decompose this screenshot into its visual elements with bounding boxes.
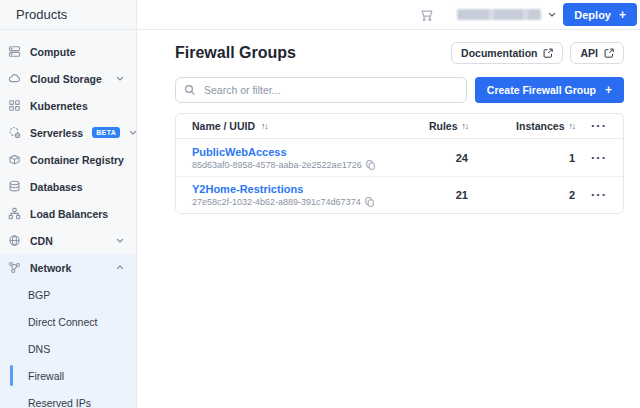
compute-icon (8, 45, 21, 58)
api-button[interactable]: API (570, 42, 624, 64)
sidebar-subitem-bgp[interactable]: BGP (0, 281, 136, 308)
sidebar-item-databases[interactable]: Databases (0, 173, 136, 200)
network-section: Network BGP Direct Connect DNS Firewall … (0, 254, 136, 408)
cloud-storage-icon (8, 72, 21, 85)
network-icon (8, 261, 21, 274)
create-firewall-group-label: Create Firewall Group (487, 84, 596, 96)
account-menu[interactable] (457, 9, 556, 20)
copy-icon[interactable] (365, 197, 374, 207)
container-registry-icon (8, 153, 21, 166)
api-button-label: API (580, 47, 598, 59)
external-link-icon (543, 48, 553, 58)
plus-icon: + (605, 84, 612, 96)
sidebar-item-cdn[interactable]: CDN (0, 227, 136, 254)
header-actions: Documentation API (451, 42, 624, 64)
search-input[interactable] (175, 77, 467, 103)
sidebar-subitem-label: Firewall (28, 370, 64, 382)
content: Firewall Groups Documentation API (137, 30, 640, 214)
column-instances: Instances ↑↓ (468, 120, 575, 132)
sidebar-item-cloud-storage[interactable]: Cloud Storage (0, 65, 136, 92)
databases-icon (8, 180, 21, 193)
instances-count: 2 (468, 189, 575, 201)
row-actions: ··· (575, 191, 623, 199)
firewall-group-link[interactable]: PublicWebAccess (192, 146, 378, 158)
deploy-button[interactable]: Deploy + (563, 3, 637, 26)
sidebar-item-label: Kubernetes (30, 100, 88, 112)
sidebar-subitem-label: Reserved IPs (28, 397, 91, 408)
sidebar-subitem-label: Direct Connect (28, 316, 97, 328)
copy-icon[interactable] (366, 160, 375, 170)
instances-count: 1 (468, 152, 575, 164)
firewall-group-uuid: 85d63af0-8958-4578-aaba-2e2522ae1726 (192, 160, 378, 170)
sidebar-item-kubernetes[interactable]: Kubernetes (0, 92, 136, 119)
sidebar-item-load-balancers[interactable]: Load Balancers (0, 200, 136, 227)
table-row: PublicWebAccess 85d63af0-8958-4578-aaba-… (176, 139, 623, 176)
chevron-down-icon (548, 12, 556, 17)
sidebar-subitem-firewall[interactable]: Firewall (0, 362, 136, 389)
sidebar-subitem-label: DNS (28, 343, 50, 355)
sidebar-subitem-direct-connect[interactable]: Direct Connect (0, 308, 136, 335)
column-label: Name / UUID (192, 120, 255, 132)
search-box (175, 77, 467, 103)
sidebar-item-label: Serverless (30, 127, 83, 139)
external-link-icon (604, 48, 614, 58)
sidebar-item-label: Container Registry (30, 154, 124, 166)
sidebar-item-label: Databases (30, 181, 83, 193)
page-title: Firewall Groups (175, 44, 296, 62)
sidebar-title: Products (0, 0, 136, 30)
table-header: Name / UUID ↑↓ Rules ↑↓ Instances ↑↓ ··· (176, 114, 623, 139)
table-row: Y2Home-Restrictions 27e58c2f-1032-4b62-a… (176, 176, 623, 213)
sidebar-item-label: Load Balancers (30, 208, 108, 220)
uuid-text: 85d63af0-8958-4578-aaba-2e2522ae1726 (192, 160, 362, 170)
table-options-menu[interactable]: ··· (591, 122, 607, 130)
chevron-down-icon (116, 238, 124, 243)
row-menu[interactable]: ··· (591, 191, 607, 199)
row-menu[interactable]: ··· (591, 154, 607, 162)
row-actions: ··· (575, 154, 623, 162)
documentation-button[interactable]: Documentation (451, 42, 563, 64)
name-uuid-cell: Y2Home-Restrictions 27e58c2f-1032-4b62-a… (176, 183, 378, 207)
main-area: Deploy + Firewall Groups Documentation (137, 0, 640, 408)
toolbar: Create Firewall Group + (175, 77, 624, 103)
sidebar-item-label: Cloud Storage (30, 73, 102, 85)
content-header: Firewall Groups Documentation API (175, 42, 624, 64)
topbar: Deploy + (137, 0, 640, 30)
rules-count: 21 (378, 189, 468, 201)
products-sidebar: Products Compute Cloud Storage (0, 0, 137, 408)
create-firewall-group-button[interactable]: Create Firewall Group + (475, 77, 624, 103)
sidebar-subitem-dns[interactable]: DNS (0, 335, 136, 362)
serverless-icon (8, 126, 21, 139)
name-uuid-cell: PublicWebAccess 85d63af0-8958-4578-aaba-… (176, 146, 378, 170)
chevron-down-icon (129, 130, 137, 135)
plus-icon: + (619, 9, 626, 21)
column-rules: Rules ↑↓ (378, 120, 468, 132)
sidebar-subitem-label: BGP (28, 289, 50, 301)
load-balancers-icon (8, 207, 21, 220)
documentation-button-label: Documentation (461, 47, 537, 59)
sidebar-item-compute[interactable]: Compute (0, 38, 136, 65)
column-name-uuid: Name / UUID ↑↓ (176, 120, 378, 132)
search-icon (184, 84, 196, 96)
firewall-groups-table: Name / UUID ↑↓ Rules ↑↓ Instances ↑↓ ···… (175, 113, 624, 214)
products-nav: Compute Cloud Storage Kubernetes (0, 30, 136, 408)
column-label: Instances (516, 120, 564, 132)
deploy-button-label: Deploy (574, 9, 611, 21)
column-label: Rules (429, 120, 458, 132)
sidebar-item-network[interactable]: Network (0, 254, 136, 281)
cart-icon[interactable] (419, 7, 435, 23)
firewall-group-link[interactable]: Y2Home-Restrictions (192, 183, 378, 195)
sidebar-item-serverless[interactable]: Serverless BETA (0, 119, 136, 146)
sidebar-item-label: CDN (30, 235, 53, 247)
sidebar-item-container-registry[interactable]: Container Registry (0, 146, 136, 173)
uuid-text: 27e58c2f-1032-4b62-a889-391c74d67374 (192, 197, 361, 207)
chevron-up-icon (116, 265, 124, 270)
rules-count: 24 (378, 152, 468, 164)
sort-icon[interactable]: ↑↓ (261, 121, 268, 131)
column-actions: ··· (575, 122, 623, 130)
sidebar-subitem-reserved-ips[interactable]: Reserved IPs (0, 389, 136, 408)
beta-badge: BETA (92, 127, 120, 138)
firewall-group-uuid: 27e58c2f-1032-4b62-a889-391c74d67374 (192, 197, 378, 207)
chevron-down-icon (116, 76, 124, 81)
sidebar-item-label: Compute (30, 46, 76, 58)
sidebar-item-label: Network (30, 262, 71, 274)
